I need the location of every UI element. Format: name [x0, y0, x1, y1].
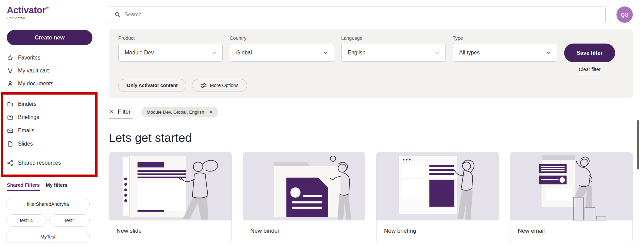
chevron-down-icon: [324, 51, 328, 54]
sidebar-item-label: Slides: [18, 141, 33, 147]
chevron-down-icon: [546, 51, 551, 54]
saved-filter-chip[interactable]: test14: [6, 214, 47, 227]
more-options-button[interactable]: More Options: [192, 79, 247, 92]
sidebar-item-vault-cart[interactable]: My vault cart: [0, 64, 101, 77]
applied-filter-chip[interactable]: Module Dev, Global, English ✕: [141, 107, 218, 117]
close-icon: ✕: [109, 109, 114, 115]
sidebar-item-binders[interactable]: Binders: [0, 97, 101, 111]
email-illustration: [510, 152, 633, 220]
applied-filter-row: ✕ Filter Module Dev, Global, English ✕: [109, 107, 633, 117]
saved-filter-chip[interactable]: MyTest: [6, 231, 90, 243]
folder-icon: [7, 101, 14, 108]
logo-tagline: From Anthill: [7, 16, 101, 20]
only-activator-content-toggle[interactable]: Only Activator content: [118, 79, 186, 92]
getting-started-cards: New slide: [109, 152, 633, 242]
card-label: New briefing: [377, 220, 499, 234]
sidebar-item-slides[interactable]: Slides: [0, 137, 101, 150]
language-field: Language English: [341, 35, 446, 74]
star-icon: [7, 54, 14, 61]
main-content: QU Product Module Dev Country Global Lan…: [109, 0, 633, 248]
create-new-button[interactable]: Create new: [7, 30, 92, 45]
sidebar-item-label: Favorites: [18, 55, 40, 61]
binder-illustration: [243, 152, 365, 220]
sidebar: Activator™ From Anthill Create new Favor…: [0, 0, 101, 248]
new-binder-card[interactable]: New binder: [243, 152, 366, 242]
sidebar-item-label: Briefings: [18, 114, 39, 120]
share-icon: [7, 160, 14, 166]
clear-filter-button[interactable]: Clear filter: [579, 67, 601, 74]
sliders-icon: [201, 83, 207, 88]
scrollbar-thumb[interactable]: [637, 120, 639, 169]
country-field: Country Global: [230, 35, 334, 74]
filter-panel: Product Module Dev Country Global Langua…: [109, 29, 633, 98]
sidebar-item-favorites[interactable]: Favorites: [0, 51, 101, 64]
sidebar-nav-documents: Binders Briefings Emails Slides Shared r…: [0, 97, 101, 169]
chevron-down-icon: [212, 51, 216, 54]
chevron-down-icon: [435, 51, 439, 54]
search-bar[interactable]: [109, 6, 606, 23]
card-label: New slide: [109, 220, 231, 234]
language-select[interactable]: English: [341, 44, 446, 62]
new-briefing-card[interactable]: New briefing: [376, 152, 499, 242]
chip-close-icon[interactable]: ✕: [209, 110, 213, 115]
slide-illustration: [109, 152, 231, 220]
card-label: New binder: [243, 220, 365, 234]
sidebar-item-label: Emails: [18, 128, 34, 134]
sidebar-item-label: Binders: [18, 101, 36, 107]
saved-filter-chip[interactable]: Test1: [49, 214, 90, 227]
topbar: QU: [109, 6, 633, 23]
filter-row-label: Filter: [118, 109, 131, 115]
product-select[interactable]: Module Dev: [118, 44, 223, 62]
user-avatar[interactable]: QU: [616, 6, 633, 23]
file-icon: [7, 140, 14, 147]
new-slide-card[interactable]: New slide: [109, 152, 232, 242]
tab-shared-filters[interactable]: Shared Filters: [7, 182, 40, 191]
sidebar-item-label: My vault cart: [18, 68, 49, 74]
type-field: Type All types: [453, 35, 557, 74]
app-logo: Activator™ From Anthill: [7, 5, 101, 20]
saved-filter-chips: filterSharedAndryha test14 Test1 MyTest: [6, 198, 90, 243]
archive-icon: [7, 114, 14, 121]
logo-wordmark: Activator™: [7, 5, 101, 16]
new-email-card[interactable]: New email: [510, 152, 633, 242]
type-select[interactable]: All types: [453, 44, 557, 62]
search-icon: [115, 12, 121, 18]
product-field: Product Module Dev: [118, 35, 223, 74]
saved-filter-chip[interactable]: filterSharedAndryha: [6, 198, 90, 210]
page-title: Lets get started: [109, 131, 633, 145]
person-icon: [7, 80, 14, 87]
save-filter-button[interactable]: Save filter: [564, 44, 615, 62]
sidebar-filter-tabs: Shared Filters My filters: [7, 182, 101, 191]
type-label: Type: [453, 35, 557, 41]
sidebar-item-label: My documents: [18, 81, 53, 87]
sidebar-item-emails[interactable]: Emails: [0, 124, 101, 137]
product-label: Product: [118, 35, 223, 41]
briefing-illustration: [377, 152, 499, 220]
sidebar-item-shared-resources[interactable]: Shared resources: [0, 156, 101, 169]
tab-my-filters[interactable]: My filters: [46, 182, 68, 191]
language-label: Language: [341, 35, 446, 41]
search-input[interactable]: [124, 12, 600, 18]
scrollbar-track-line: [642, 0, 642, 248]
country-select[interactable]: Global: [230, 44, 334, 62]
envelope-icon: [7, 127, 14, 134]
trademark-symbol: ™: [46, 6, 49, 11]
card-label: New email: [510, 220, 633, 234]
clear-all-filters[interactable]: ✕ Filter: [109, 109, 133, 119]
save-filter-column: Save filter Clear filter: [564, 44, 615, 74]
country-label: Country: [230, 35, 334, 41]
sidebar-nav-primary: Favorites My vault cart My documents: [0, 51, 101, 90]
sidebar-item-my-documents[interactable]: My documents: [0, 77, 101, 90]
sidebar-item-briefings[interactable]: Briefings: [0, 111, 101, 124]
sidebar-item-label: Shared resources: [18, 160, 61, 166]
vault-icon: [7, 67, 14, 74]
